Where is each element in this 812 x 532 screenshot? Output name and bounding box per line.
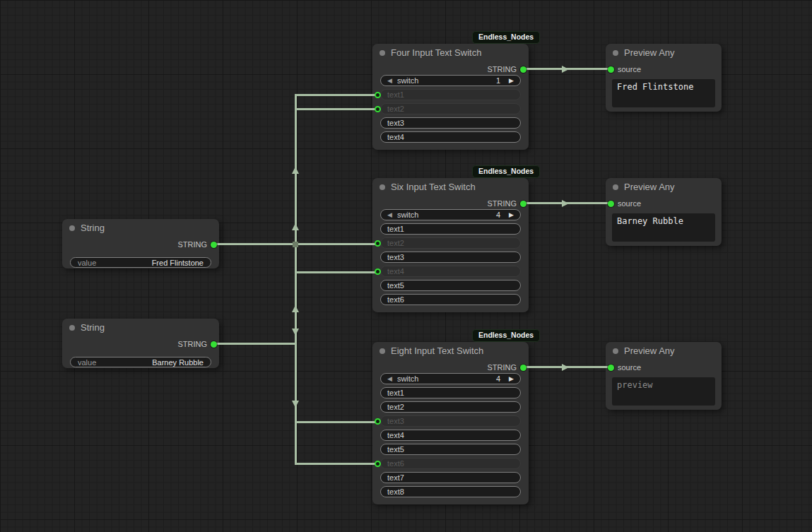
node-preview-any-3[interactable]: Preview Any source preview (606, 342, 722, 410)
node-title-bar[interactable]: Eight Input Text Switch (372, 342, 529, 360)
widget-label: text3 (387, 253, 404, 262)
collapse-dot-icon[interactable] (613, 184, 618, 190)
increment-arrow-icon[interactable]: ▶ (509, 76, 514, 85)
widget-row-text4[interactable]: text4 (372, 131, 529, 143)
increment-arrow-icon[interactable]: ▶ (509, 211, 514, 220)
widget-label: text2 (387, 239, 404, 248)
input-slot-dot[interactable] (375, 418, 381, 425)
preview-textarea[interactable]: Barney Rubble (612, 213, 715, 242)
switch-widget-row[interactable]: ◀ switch 4 ▶ (372, 373, 529, 384)
input-slot-dot[interactable] (375, 106, 381, 112)
output-label: STRING (177, 340, 207, 348)
decrement-arrow-icon[interactable]: ◀ (387, 76, 392, 85)
collapse-dot-icon[interactable] (613, 50, 618, 56)
decrement-arrow-icon[interactable]: ◀ (387, 211, 392, 220)
input-slot-dot[interactable] (608, 201, 614, 207)
input-slot-dot[interactable] (608, 365, 614, 371)
output-slot-dot[interactable] (520, 66, 526, 73)
widget-row-text1: text1 (372, 89, 529, 100)
increment-arrow-icon[interactable]: ▶ (509, 374, 514, 384)
output-slot-dot[interactable] (520, 365, 526, 371)
node-string-1[interactable]: String STRING value Fred Flintstone (62, 219, 219, 268)
widget-label: text1 (387, 90, 404, 100)
widget-row-text2: text2 (372, 237, 529, 249)
widget-row-text1[interactable]: text1 (372, 387, 529, 398)
value-widget[interactable]: value Barney Rubble (70, 357, 211, 367)
node-title-bar[interactable]: Preview Any (606, 44, 722, 62)
widget-row-text5[interactable]: text5 (372, 444, 529, 455)
widget-row-text4[interactable]: text4 (372, 430, 529, 441)
widget-row-text1[interactable]: text1 (372, 223, 529, 235)
input-slot-dot[interactable] (375, 461, 381, 467)
widget-label: text3 (387, 119, 404, 128)
switch-widget[interactable]: ◀ switch 4 ▶ (380, 373, 521, 384)
preview-textarea[interactable]: preview (612, 377, 715, 406)
widget-value: Barney Rubble (152, 358, 204, 367)
output-label: STRING (487, 363, 517, 372)
node-preview-any-1[interactable]: Preview Any source Fred Flintstone (606, 44, 722, 112)
preview-textarea[interactable]: Fred Flintstone (612, 79, 715, 107)
node-title: Preview Any (624, 47, 675, 58)
switch-widget[interactable]: ◀ switch 1 ▶ (380, 75, 521, 86)
switch-widget[interactable]: ◀ switch 4 ▶ (380, 209, 521, 220)
input-slot-dot[interactable] (375, 268, 381, 275)
output-label: STRING (487, 65, 517, 73)
switch-label: switch (397, 76, 419, 85)
wire-trunk-to-four-text1 (295, 94, 375, 96)
node-title-bar[interactable]: String (62, 319, 219, 337)
value-widget[interactable]: value Fred Flintstone (70, 257, 211, 268)
node-title-bar[interactable]: Preview Any (606, 178, 722, 196)
widget-value: Fred Flintstone (152, 259, 204, 267)
node-title-bar[interactable]: Preview Any (606, 342, 722, 360)
input-slot-dot[interactable] (608, 66, 614, 73)
node-graph-canvas[interactable]: Endless_Nodes Endless_Nodes Endless_Node… (0, 0, 812, 532)
collapse-dot-icon[interactable] (379, 50, 385, 56)
widget-label: text7 (387, 473, 404, 483)
decrement-arrow-icon[interactable]: ◀ (387, 374, 392, 384)
node-preview-any-2[interactable]: Preview Any source Barney Rubble (606, 178, 722, 246)
wire-arrow-up-icon (292, 305, 299, 312)
collapse-dot-icon[interactable] (379, 348, 385, 354)
widget-label: text2 (387, 403, 404, 412)
collapse-dot-icon[interactable] (69, 325, 75, 331)
widget-row-text8[interactable]: text8 (372, 486, 529, 497)
collapse-dot-icon[interactable] (613, 348, 618, 354)
switch-value: 4 (496, 211, 500, 220)
output-label: STRING (487, 199, 517, 208)
wire-trunk-to-six-text4 (295, 271, 375, 273)
switch-widget-row[interactable]: ◀ switch 4 ▶ (372, 209, 529, 220)
output-slot-dot[interactable] (520, 201, 526, 207)
node-title-bar[interactable]: String (62, 219, 219, 237)
widget-label: text4 (387, 133, 404, 142)
widget-label: text6 (387, 459, 404, 468)
output-slot-dot[interactable] (211, 341, 217, 348)
collapse-dot-icon[interactable] (69, 225, 75, 231)
node-six-input-text-switch[interactable]: Six Input Text Switch STRING ◀ switch 4 … (372, 178, 529, 312)
wire-arrow-up-icon (292, 223, 299, 230)
widget-row-text7[interactable]: text7 (372, 472, 529, 483)
widget-label: text3 (387, 417, 404, 426)
widget-row-text3[interactable]: text3 (372, 252, 529, 263)
collapse-dot-icon[interactable] (379, 184, 385, 190)
widget-row-text6[interactable]: text6 (372, 294, 529, 305)
endless-nodes-badge: Endless_Nodes (472, 165, 540, 178)
endless-nodes-badge: Endless_Nodes (472, 329, 540, 342)
wire-trunk-to-four-text2 (295, 108, 375, 110)
wire-trunk-to-eight-text3 (295, 421, 375, 423)
widget-label: text5 (387, 445, 404, 454)
input-slot-dot[interactable] (375, 240, 381, 247)
node-eight-input-text-switch[interactable]: Eight Input Text Switch STRING ◀ switch … (372, 342, 529, 504)
node-four-input-text-switch[interactable]: Four Input Text Switch STRING ◀ switch 1… (372, 44, 529, 150)
switch-widget-row[interactable]: ◀ switch 1 ▶ (372, 75, 529, 86)
node-string-2[interactable]: String STRING value Barney Rubble (62, 319, 219, 368)
wire-trunk-vertical (295, 94, 297, 465)
input-slot-dot[interactable] (375, 92, 381, 98)
widget-row-text2[interactable]: text2 (372, 401, 529, 413)
widget-row-text3[interactable]: text3 (372, 117, 529, 129)
wire-arrow-down-icon (292, 401, 299, 408)
widget-row-text5[interactable]: text5 (372, 280, 529, 291)
node-title-bar[interactable]: Six Input Text Switch (372, 178, 529, 196)
node-title-bar[interactable]: Four Input Text Switch (372, 44, 529, 62)
output-slot-dot[interactable] (211, 242, 217, 248)
wire-string2-to-trunk (215, 343, 295, 345)
